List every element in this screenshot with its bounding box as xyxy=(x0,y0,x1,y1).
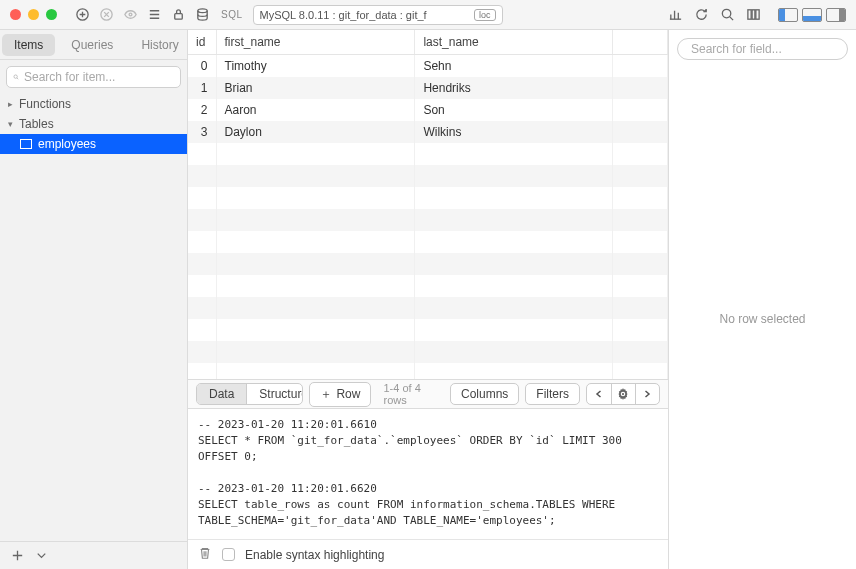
database-icon[interactable] xyxy=(193,6,211,24)
table-row-empty xyxy=(188,253,668,275)
list-icon[interactable] xyxy=(145,6,163,24)
columns-icon[interactable] xyxy=(744,6,762,24)
schema-tree: ▸Functions▾Tablesemployees xyxy=(0,94,187,541)
svg-rect-7 xyxy=(752,10,755,19)
columns-button[interactable]: Columns xyxy=(450,383,519,405)
syntax-highlight-label: Enable syntax highlighting xyxy=(245,548,384,562)
add-row-label: Row xyxy=(336,387,360,401)
table-row[interactable]: 2AaronSon xyxy=(188,99,668,121)
view-mode-data[interactable]: Data xyxy=(197,384,246,404)
table-row[interactable]: 1BrianHendriks xyxy=(188,77,668,99)
prev-page[interactable] xyxy=(587,384,611,404)
view-mode-segment: DataStructure xyxy=(196,383,303,405)
next-page[interactable] xyxy=(635,384,659,404)
svg-rect-6 xyxy=(747,10,750,19)
table-icon xyxy=(20,139,32,149)
table-row-empty xyxy=(188,363,668,379)
query-console[interactable]: -- 2023-01-20 11:20:01.6610 SELECT * FRO… xyxy=(188,409,668,539)
sidebar-tab-items[interactable]: Items xyxy=(2,34,55,56)
svg-rect-10 xyxy=(21,140,32,149)
table-row-empty xyxy=(188,143,668,165)
add-row-button[interactable]: ＋ Row xyxy=(309,382,371,407)
sidebar: ItemsQueriesHistory ▸Functions▾Tablesemp… xyxy=(0,30,188,569)
data-grid[interactable]: idfirst_namelast_name0TimothySehn1BrianH… xyxy=(188,30,668,379)
svg-rect-3 xyxy=(174,14,182,20)
syntax-highlight-checkbox[interactable] xyxy=(222,548,235,561)
row-count-info: 1-4 of 4 rows xyxy=(377,382,444,406)
svg-rect-8 xyxy=(755,10,758,19)
table-row-empty xyxy=(188,231,668,253)
lock-icon[interactable] xyxy=(169,6,187,24)
search-icon xyxy=(13,71,19,83)
window-controls xyxy=(10,9,57,20)
connection-selector[interactable]: MySQL 8.0.11 : git_for_data : git_f loc xyxy=(253,5,503,25)
titlebar: SQL MySQL 8.0.11 : git_for_data : git_f … xyxy=(0,0,856,30)
table-row-empty xyxy=(188,165,668,187)
new-tab-icon[interactable] xyxy=(73,6,91,24)
grid-toolbar: DataStructure ＋ Row 1-4 of 4 rows Column… xyxy=(188,379,668,409)
chart-icon[interactable] xyxy=(666,6,684,24)
sidebar-footer xyxy=(0,541,187,569)
view-mode-structure[interactable]: Structure xyxy=(246,384,303,404)
table-row-empty xyxy=(188,275,668,297)
minimize-window[interactable] xyxy=(28,9,39,20)
inspector-search-input[interactable] xyxy=(691,42,841,56)
tree-group-functions[interactable]: ▸Functions xyxy=(0,94,187,114)
svg-point-4 xyxy=(197,9,206,13)
refresh-icon[interactable] xyxy=(692,6,710,24)
zoom-window[interactable] xyxy=(46,9,57,20)
loc-badge: loc xyxy=(474,9,496,21)
connection-text: MySQL 8.0.11 : git_for_data : git_f xyxy=(260,9,427,21)
chevron-icon: ▸ xyxy=(8,99,16,109)
eye-icon[interactable] xyxy=(121,6,139,24)
inspector-search[interactable] xyxy=(677,38,848,60)
center-panel: idfirst_namelast_name0TimothySehn1BrianH… xyxy=(188,30,668,569)
chevron-icon: ▾ xyxy=(8,119,16,129)
toggle-bottom-panel[interactable] xyxy=(802,8,822,22)
table-row-empty xyxy=(188,187,668,209)
dropdown-icon[interactable] xyxy=(32,547,50,565)
sidebar-tabs: ItemsQueriesHistory xyxy=(0,30,187,60)
cancel-icon[interactable] xyxy=(97,6,115,24)
table-row-empty xyxy=(188,319,668,341)
table-row[interactable]: 3DaylonWilkins xyxy=(188,121,668,143)
column-header[interactable]: first_name xyxy=(216,30,415,55)
toggle-left-panel[interactable] xyxy=(778,8,798,22)
data-table: idfirst_namelast_name0TimothySehn1BrianH… xyxy=(188,30,668,379)
inspector-empty-state: No row selected xyxy=(669,68,856,569)
clear-console-icon[interactable] xyxy=(198,546,212,563)
table-row-empty xyxy=(188,297,668,319)
panel-toggles xyxy=(778,8,846,22)
column-header[interactable]: id xyxy=(188,30,216,55)
column-header[interactable]: last_name xyxy=(415,30,612,55)
svg-point-9 xyxy=(14,75,17,78)
filters-button[interactable]: Filters xyxy=(525,383,580,405)
main-content: ItemsQueriesHistory ▸Functions▾Tablesemp… xyxy=(0,30,856,569)
add-icon[interactable] xyxy=(8,547,26,565)
svg-point-2 xyxy=(129,13,132,16)
sidebar-tab-history[interactable]: History xyxy=(129,34,190,56)
table-row-empty xyxy=(188,341,668,363)
toggle-right-panel[interactable] xyxy=(826,8,846,22)
sidebar-tab-queries[interactable]: Queries xyxy=(59,34,125,56)
close-window[interactable] xyxy=(10,9,21,20)
tree-item-employees[interactable]: employees xyxy=(0,134,187,154)
svg-point-5 xyxy=(722,9,730,17)
search-icon[interactable] xyxy=(718,6,736,24)
table-row[interactable]: 0TimothySehn xyxy=(188,55,668,78)
console-footer: Enable syntax highlighting xyxy=(188,539,668,569)
table-row-empty xyxy=(188,209,668,231)
sidebar-search-input[interactable] xyxy=(24,70,174,84)
sql-badge: SQL xyxy=(217,9,247,20)
sidebar-search[interactable] xyxy=(6,66,181,88)
inspector-panel: No row selected xyxy=(668,30,856,569)
plus-icon: ＋ xyxy=(320,386,332,403)
page-settings[interactable] xyxy=(611,384,635,404)
tree-group-tables[interactable]: ▾Tables xyxy=(0,114,187,134)
page-nav xyxy=(586,383,660,405)
